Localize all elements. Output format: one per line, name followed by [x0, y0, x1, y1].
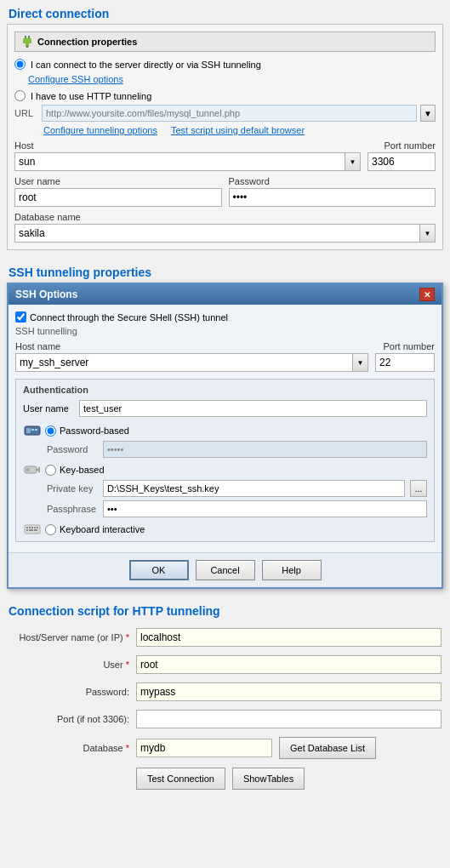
radio-http-label: I have to use HTTP tunneling: [31, 91, 151, 101]
auth-user-row: User name: [23, 400, 427, 417]
http-tunneling-section: Connection script for HTTP tunneling Hos…: [0, 597, 450, 805]
ssh-dialog-buttons: OK Cancel Help: [9, 552, 441, 587]
radio-http-row: I have to use HTTP tunneling: [14, 90, 436, 101]
test-script-link[interactable]: Test script using default browser: [171, 125, 305, 135]
svg-rect-12: [38, 467, 40, 469]
host-label: Host: [14, 140, 361, 151]
radio-direct-label: I can connect to the server directly or …: [31, 60, 261, 70]
svg-rect-7: [31, 429, 34, 431]
ssh-port-input[interactable]: [376, 354, 450, 371]
auth-pw-field[interactable]: [103, 441, 427, 458]
ssh-tunnel-checkbox[interactable]: [15, 311, 26, 323]
ssh-hostname-input[interactable]: [16, 356, 352, 369]
ssh-ok-btn[interactable]: OK: [129, 560, 189, 580]
host-port-row: Host ▼ Port number ▲ ▼: [14, 140, 436, 171]
http-action-buttons-row: Test Connection ShowTables: [9, 768, 441, 790]
svg-rect-13: [38, 471, 40, 472]
http-form: Host/Server name (or IP) * User * Passwo…: [0, 621, 450, 805]
database-input[interactable]: [15, 226, 419, 240]
svg-rect-16: [29, 527, 31, 528]
port-label: Port number: [384, 140, 436, 151]
password-label: Password: [229, 176, 436, 186]
radio-key-based[interactable]: [45, 465, 56, 476]
tunneling-links-row: Configure tunneling options Test script …: [43, 125, 436, 135]
auth-kbd-label: Keyboard interactive: [60, 524, 145, 534]
auth-passphrase-input[interactable]: [103, 500, 427, 517]
show-tables-btn[interactable]: ShowTables: [232, 768, 305, 790]
host-dropdown-btn[interactable]: ▼: [345, 153, 360, 170]
ssh-help-btn[interactable]: Help: [262, 560, 322, 580]
plug-icon: [20, 35, 34, 49]
ssh-cancel-btn[interactable]: Cancel: [196, 560, 255, 580]
svg-rect-18: [34, 527, 36, 528]
radio-direct[interactable]: [14, 59, 26, 70]
configure-tunneling-link[interactable]: Configure tunneling options: [43, 125, 157, 135]
http-port-input[interactable]: [136, 710, 441, 728]
auth-user-label: User name: [23, 403, 74, 414]
ssh-port-label: Port number: [383, 341, 435, 351]
username-group: User name: [14, 176, 222, 207]
ssh-dialog-title-text: SSH Options: [15, 288, 77, 300]
radio-http[interactable]: [14, 90, 26, 101]
ssh-dialog-body: Connect through the Secure SHell (SSH) t…: [9, 305, 441, 552]
ssh-dialog-title-bar: SSH Options ✕: [9, 284, 441, 305]
svg-rect-19: [37, 527, 38, 528]
http-password-row: Password:: [9, 682, 441, 701]
svg-rect-22: [34, 529, 37, 531]
url-input[interactable]: [42, 105, 417, 122]
radio-direct-row: I can connect to the server directly or …: [14, 59, 436, 70]
host-input[interactable]: [15, 155, 345, 168]
ssh-host-section: Host name ▼: [15, 341, 368, 372]
ssh-tunnelling-label: SSH tunnelling: [15, 326, 435, 336]
svg-rect-20: [26, 529, 28, 531]
test-connection-btn[interactable]: Test Connection: [136, 768, 225, 790]
svg-rect-11: [36, 469, 40, 471]
ssh-port-spinner: ▲ ▼: [375, 353, 435, 372]
ssh-port-section: Port number ▲ ▼: [375, 341, 435, 372]
ssh-checkbox-row: Connect through the Secure SHell (SSH) t…: [15, 311, 435, 323]
configure-ssh-link[interactable]: Configure SSH options: [28, 74, 123, 84]
url-dropdown-btn[interactable]: ▼: [420, 105, 436, 122]
http-host-input[interactable]: [136, 628, 441, 647]
ssh-hostname-dropdown-btn[interactable]: ▼: [352, 354, 367, 371]
http-tunneling-title: Connection script for HTTP tunneling: [0, 597, 450, 621]
http-password-input[interactable]: [136, 682, 441, 701]
auth-passphrase-label: Passphrase: [47, 504, 98, 514]
port-spinner: ▲ ▼: [367, 152, 436, 171]
database-input-wrapper: ▼: [14, 224, 436, 243]
http-user-label: User *: [9, 660, 136, 670]
svg-rect-4: [26, 46, 28, 48]
http-database-input[interactable]: [136, 739, 272, 757]
http-database-required: *: [126, 743, 129, 753]
panel-header: Connection properties: [14, 31, 436, 52]
auth-private-key-input[interactable]: [103, 480, 405, 497]
get-database-list-btn[interactable]: Get Database List: [279, 737, 376, 759]
auth-user-input[interactable]: [79, 400, 427, 417]
url-row: URL ▼: [14, 105, 436, 122]
svg-rect-8: [35, 429, 37, 431]
password-input[interactable]: [229, 188, 436, 207]
ssh-section-title: SSH tunneling properties: [0, 259, 450, 283]
radio-pw-based[interactable]: [45, 425, 56, 437]
username-input[interactable]: [14, 188, 222, 207]
ssh-dialog-close-btn[interactable]: ✕: [419, 288, 435, 301]
port-input[interactable]: [368, 153, 450, 170]
auth-pw-based-label: Password-based: [60, 425, 129, 436]
username-label: User name: [14, 176, 222, 186]
password-group: Password: [229, 176, 436, 207]
auth-passphrase-row: Passphrase: [47, 500, 427, 517]
database-label: Database name: [14, 212, 436, 222]
database-dropdown-btn[interactable]: ▼: [419, 225, 435, 242]
auth-browse-btn[interactable]: ...: [410, 480, 427, 497]
http-host-required: *: [126, 632, 129, 642]
user-pass-row: User name Password: [14, 176, 436, 207]
radio-keyboard-interactive[interactable]: [45, 524, 56, 535]
http-host-row: Host/Server name (or IP) *: [9, 628, 441, 647]
http-port-row: Port (if not 3306):: [9, 710, 441, 728]
http-user-input[interactable]: [136, 655, 441, 674]
ssh-hostname-wrapper: ▼: [15, 353, 368, 372]
host-section: Host ▼: [14, 140, 361, 171]
host-input-wrapper: ▼: [14, 152, 361, 171]
http-port-label: Port (if not 3306):: [9, 714, 136, 724]
panel-header-label: Connection properties: [37, 37, 137, 47]
